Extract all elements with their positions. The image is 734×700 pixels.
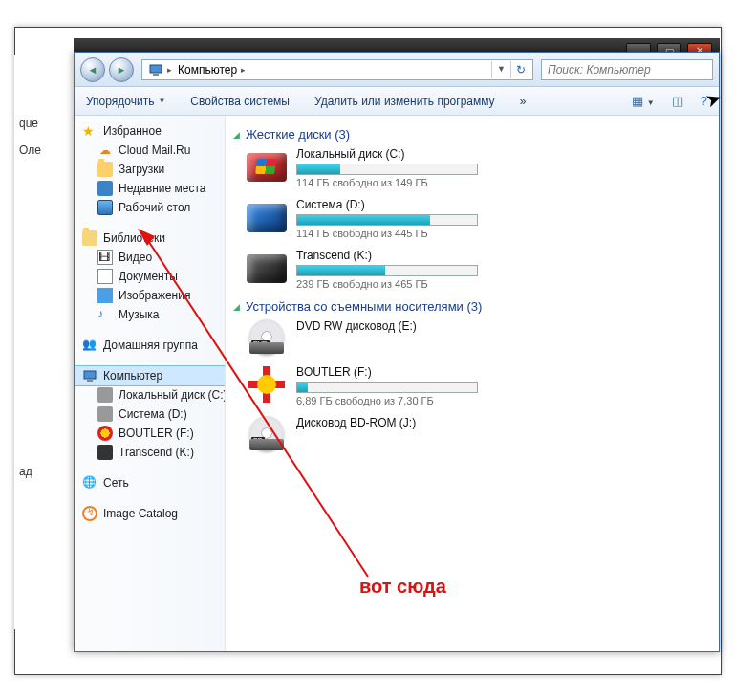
category-hard-drives[interactable]: ◢ Жесткие диски (3) (233, 127, 711, 142)
drive-free-text: 239 ГБ свободно из 465 ГБ (296, 278, 478, 290)
target-icon (248, 367, 285, 400)
libraries-icon (82, 230, 97, 246)
sidebar-item-documents[interactable]: Документы (75, 267, 225, 286)
network-icon: 🌐 (82, 475, 97, 491)
drive-label: Дисковод BD-ROM (J:) (296, 416, 416, 429)
svg-rect-1 (153, 74, 159, 76)
system-properties-button[interactable]: Свойства системы (186, 93, 293, 110)
breadcrumb-computer[interactable]: Компьютер ▸ (172, 62, 251, 77)
catalog-icon: ↯ (82, 506, 97, 521)
bg-text: que (19, 117, 38, 130)
sidebar-item-recent[interactable]: Недавние места (75, 179, 225, 198)
bg-text: ад (19, 465, 32, 478)
toolbar: Упорядочить▼ Свойства системы Удалить ил… (75, 87, 719, 116)
recent-icon (97, 181, 113, 196)
drive-icon (97, 387, 113, 403)
collapse-icon[interactable]: ◢ (233, 302, 240, 312)
computer-group[interactable]: Компьютер (75, 366, 225, 385)
drive-label: Локальный диск (C:) (296, 147, 478, 161)
windows-flag-icon (255, 159, 276, 174)
content-pane: ◢ Жесткие диски (3) Локальный диск (C:) … (226, 116, 719, 651)
computer-icon (82, 368, 97, 383)
favorites-group[interactable]: ★ Избранное (75, 121, 225, 141)
drive-label: Система (D:) (296, 198, 478, 211)
homegroup-icon: 👥 (82, 338, 97, 353)
forward-button[interactable]: ► (109, 57, 134, 82)
network-group[interactable]: 🌐 Сеть (75, 473, 225, 492)
preview-pane-button[interactable]: ◫ (668, 91, 687, 111)
chevron-down-icon: ▼ (158, 97, 165, 105)
document-icon (97, 269, 113, 284)
drive-dvd-e[interactable]: DVD DVD RW дисковод (E:) (247, 319, 711, 356)
svg-rect-3 (87, 380, 93, 382)
sidebar-item-downloads[interactable]: Загрузки (75, 160, 225, 179)
drive-icon (97, 445, 113, 460)
refresh-button[interactable]: ↻ (510, 61, 530, 78)
sidebar-item-drive-k[interactable]: Transcend (K:) (75, 443, 225, 462)
capacity-bar (296, 382, 478, 393)
search-input[interactable] (546, 62, 708, 77)
view-mode-button[interactable]: ▦ ▼ (628, 91, 658, 111)
homegroup[interactable]: 👥 Домашняя группа (75, 336, 225, 355)
drive-bdrom-j[interactable]: BD Дисковод BD-ROM (J:) (247, 416, 711, 452)
organize-menu[interactable]: Упорядочить▼ (82, 93, 169, 110)
address-dropdown[interactable]: ▼ (491, 61, 510, 78)
sidebar-item-cloud[interactable]: ☁Cloud Mail.Ru (75, 141, 225, 160)
uninstall-program-button[interactable]: Удалить или изменить программу (311, 93, 499, 110)
capacity-bar (296, 214, 478, 226)
sidebar-item-pictures[interactable]: Изображения (75, 286, 225, 305)
category-removable[interactable]: ◢ Устройства со съемными носителями (3) (233, 299, 711, 314)
drive-c[interactable]: Локальный диск (C:) 114 ГБ свободно из 1… (247, 147, 711, 188)
search-box[interactable] (541, 59, 713, 80)
drive-k[interactable]: Transcend (K:) 239 ГБ свободно из 465 ГБ (247, 249, 711, 290)
sidebar-item-desktop[interactable]: Рабочий стол (75, 198, 225, 217)
sidebar-item-video[interactable]: 🎞Видео (75, 248, 225, 267)
sidebar-item-music[interactable]: ♪Музыка (75, 305, 225, 324)
nav-bar: ◄ ► ▸ Компьютер ▸ ▼ ↻ (75, 53, 719, 87)
drive-free-text: 114 ГБ свободно из 445 ГБ (296, 228, 478, 239)
svg-rect-2 (84, 371, 96, 379)
drive-label: Transcend (K:) (296, 249, 478, 262)
bg-text: Оле (19, 143, 41, 157)
sidebar-item-drive-f[interactable]: BOUTLER (F:) (75, 424, 225, 443)
back-button[interactable]: ◄ (80, 57, 105, 82)
desktop-icon (97, 200, 113, 215)
explorer-window: ◄ ► ▸ Компьютер ▸ ▼ ↻ Упорядочить▼ Свойс… (74, 52, 720, 652)
toolbar-overflow[interactable]: » (516, 93, 530, 110)
drive-free-text: 6,89 ГБ свободно из 7,30 ГБ (296, 395, 478, 406)
pictures-icon (97, 288, 113, 303)
star-icon: ★ (82, 123, 97, 139)
collapse-icon[interactable]: ◢ (233, 130, 240, 140)
navigation-pane: ★ Избранное ☁Cloud Mail.Ru Загрузки Неда… (75, 116, 226, 651)
drive-free-text: 114 ГБ свободно из 149 ГБ (296, 177, 478, 188)
background-window (14, 55, 76, 629)
target-icon (97, 426, 113, 441)
capacity-bar (296, 265, 478, 276)
cloud-icon: ☁ (97, 142, 113, 158)
drive-icon (97, 406, 113, 422)
drive-d[interactable]: Система (D:) 114 ГБ свободно из 445 ГБ (247, 198, 711, 239)
svg-rect-0 (150, 65, 162, 73)
libraries-group[interactable]: Библиотеки (75, 229, 225, 248)
sidebar-item-drive-d[interactable]: Система (D:) (75, 405, 225, 424)
capacity-bar (296, 164, 478, 175)
image-catalog[interactable]: ↯ Image Catalog (75, 504, 225, 523)
address-bar[interactable]: ▸ Компьютер ▸ ▼ ↻ (141, 59, 533, 80)
folder-icon (97, 162, 113, 177)
drive-label: DVD RW дисковод (E:) (296, 319, 417, 333)
chevron-right-icon: ▸ (241, 65, 246, 75)
music-icon: ♪ (97, 307, 113, 322)
video-icon: 🎞 (97, 250, 113, 265)
computer-icon (148, 62, 163, 77)
drive-label: BOUTLER (F:) (296, 365, 478, 379)
sidebar-item-drive-c[interactable]: Локальный диск (C:) (75, 385, 225, 405)
drive-boutler-f[interactable]: BOUTLER (F:) 6,89 ГБ свободно из 7,30 ГБ (247, 365, 711, 406)
